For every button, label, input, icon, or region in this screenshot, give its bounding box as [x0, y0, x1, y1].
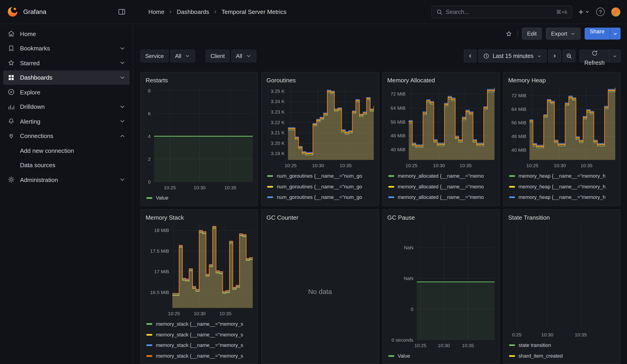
- x-tick-label: 10:35: [580, 163, 593, 168]
- panel-legend: memory_heap {__name__="memory_hmemory_he…: [508, 170, 615, 204]
- legend-item[interactable]: memory_stack {__name__="memory_s: [146, 319, 252, 329]
- search-bar[interactable]: ⌘+k: [431, 5, 572, 18]
- plot-area[interactable]: [172, 224, 253, 308]
- search-input[interactable]: [446, 9, 553, 15]
- new-button[interactable]: +: [578, 7, 590, 16]
- y-tick-label: 16.5 MiB: [150, 290, 169, 295]
- sidebar-item-starred[interactable]: Starred: [3, 56, 129, 70]
- legend-item[interactable]: shard_item_created: [509, 351, 615, 361]
- sidebar-item-administration[interactable]: Administration: [3, 172, 129, 187]
- legend-item[interactable]: memory_stack {__name__="memory_s: [146, 329, 252, 340]
- chart-canvas[interactable]: [172, 224, 253, 308]
- y-axis-labels: 18 MiB17.5 MiB17 MiB16.5 MiB: [146, 224, 172, 308]
- user-avatar-button[interactable]: [611, 7, 621, 17]
- panel-title[interactable]: Memory Allocated: [387, 76, 495, 85]
- plot-area[interactable]: [409, 87, 495, 160]
- sidebar-item-connections[interactable]: Connections: [3, 129, 129, 143]
- sidebar-item-add-new-connection[interactable]: Add new connection: [3, 143, 129, 158]
- legend-item[interactable]: memory_heap {__name__="memory_h: [509, 192, 615, 203]
- y-tick-label: 72 MiB: [511, 93, 526, 99]
- legend-series-marker: [509, 186, 515, 188]
- time-shift-forward-button[interactable]: [548, 50, 561, 62]
- y-axis-labels: 72 MiB64 MiB56 MiB48 MiB40 MiB: [387, 87, 409, 160]
- sidebar-item-drilldown[interactable]: Drilldown: [3, 100, 129, 114]
- edit-button[interactable]: Edit: [522, 28, 542, 40]
- panel-title[interactable]: Memory Heap: [508, 76, 615, 85]
- sidebar-item-home[interactable]: Home: [3, 26, 129, 41]
- chevron-down-icon[interactable]: [119, 60, 126, 66]
- legend-item[interactable]: memory_allocated {__name__="memo: [388, 181, 494, 192]
- legend-item[interactable]: num_goroutines {__name__="num_go: [267, 192, 373, 203]
- chart-canvas[interactable]: [417, 224, 495, 340]
- legend-series-marker: [509, 175, 515, 177]
- variable-value-dropdown[interactable]: All: [170, 50, 195, 62]
- plot-area[interactable]: [511, 224, 615, 329]
- favorite-dashboard-button[interactable]: [504, 29, 514, 38]
- export-button[interactable]: Export: [546, 28, 580, 40]
- legend-item[interactable]: memory_heap {__name__="memory_h: [509, 181, 615, 192]
- legend-item[interactable]: Value: [388, 351, 494, 361]
- plug-icon: [7, 132, 15, 140]
- legend-item[interactable]: Value: [146, 193, 252, 203]
- legend-item[interactable]: memory_allocated {__name__="memo: [388, 192, 494, 203]
- panel-title[interactable]: GC Pause: [387, 213, 495, 222]
- zoom-out-time-button[interactable]: [563, 50, 575, 62]
- breadcrumb-dashboards[interactable]: Dashboards: [177, 8, 209, 15]
- legend-item[interactable]: memory_stack {__name__="memory_s: [146, 351, 252, 361]
- chevron-down-icon: [612, 53, 618, 59]
- plot-area[interactable]: [530, 87, 615, 160]
- share-split-button: Share: [584, 28, 620, 40]
- y-tick-label: 3.20 K: [271, 141, 285, 146]
- grafana-logo-icon[interactable]: [7, 6, 18, 17]
- legend-series-marker: [267, 186, 273, 188]
- legend-series-marker: [267, 175, 273, 177]
- panel-title[interactable]: Restarts: [146, 76, 253, 85]
- chevron-down-icon[interactable]: [119, 118, 126, 124]
- plot-area[interactable]: [288, 87, 373, 160]
- chevron-down-icon[interactable]: [119, 104, 126, 110]
- legend-item[interactable]: memory_heap {__name__="memory_h: [509, 171, 615, 181]
- refresh-interval-button[interactable]: [609, 50, 621, 62]
- plot-area[interactable]: [417, 224, 495, 340]
- chart-canvas[interactable]: [530, 87, 615, 160]
- panel-title[interactable]: State Transition: [508, 213, 615, 222]
- panel-memory-stack: Memory Stack 18 MiB17.5 MiB17 MiB16.5 Mi…: [140, 209, 258, 364]
- help-button[interactable]: ?: [596, 7, 605, 16]
- sidebar-item-data-sources[interactable]: Data sources: [3, 158, 129, 172]
- sidebar-item-explore[interactable]: Explore: [3, 85, 129, 100]
- compass-icon: [7, 88, 15, 96]
- legend-item[interactable]: memory_heap {__name__="memory_h: [509, 203, 615, 204]
- legend-item[interactable]: memory_allocated {__name__="memo: [388, 171, 494, 181]
- chart-canvas[interactable]: [154, 87, 253, 182]
- sidebar-item-dashboards[interactable]: Dashboards: [3, 70, 129, 85]
- chevron-down-icon[interactable]: [119, 45, 126, 52]
- legend-item[interactable]: num_goroutines {__name__="num_go: [267, 181, 373, 192]
- sidebar-item-bookmarks[interactable]: Bookmarks: [3, 41, 129, 56]
- legend-item[interactable]: memory_stack {__name__="memory_s: [146, 340, 252, 351]
- breadcrumb-home[interactable]: Home: [149, 8, 164, 15]
- legend-item[interactable]: num_goroutines {__name__="num_go: [267, 171, 373, 181]
- chevron-down-icon[interactable]: [119, 74, 126, 81]
- chevron-up-icon[interactable]: [119, 133, 126, 139]
- chevron-down-icon[interactable]: [119, 177, 126, 183]
- time-shift-back-button[interactable]: [464, 50, 476, 62]
- share-menu-button[interactable]: [610, 28, 621, 40]
- plot-area[interactable]: [154, 87, 253, 182]
- share-button[interactable]: Share: [584, 28, 610, 40]
- sidebar-item-alerting[interactable]: Alerting: [3, 114, 129, 129]
- chart-canvas[interactable]: [511, 224, 615, 329]
- panel-title[interactable]: Memory Stack: [146, 213, 253, 222]
- chart-canvas[interactable]: [409, 87, 495, 160]
- legend-item[interactable]: state transition: [509, 340, 615, 351]
- mega-menu-dock-button[interactable]: [118, 7, 126, 16]
- x-tick-label: 10:25: [164, 185, 176, 190]
- variable-value-dropdown[interactable]: All: [231, 50, 256, 62]
- panel-title[interactable]: GC Counter: [266, 213, 373, 222]
- legend-item[interactable]: memory_allocated {__name__="memo: [388, 203, 494, 204]
- refresh-button[interactable]: Refresh: [579, 50, 609, 62]
- legend-item[interactable]: num_goroutines {__name__="num_go: [267, 203, 373, 204]
- home-icon: [7, 30, 15, 38]
- time-range-picker-button[interactable]: Last 15 minutes: [478, 50, 547, 62]
- panel-title[interactable]: Goroutines: [266, 76, 373, 85]
- chart-canvas[interactable]: [288, 87, 373, 160]
